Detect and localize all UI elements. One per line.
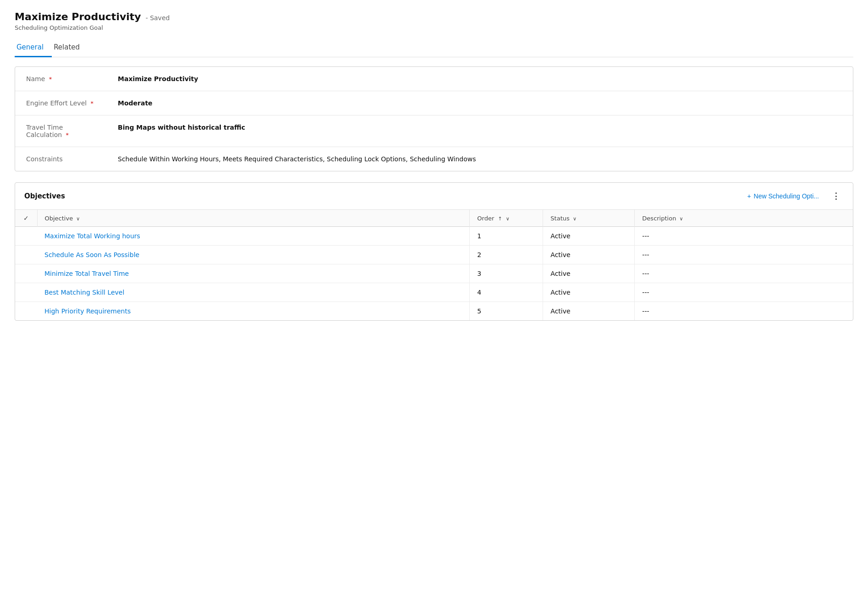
value-travel: Bing Maps without historical traffic <box>107 115 853 147</box>
chevron-down-icon-desc: ∨ <box>680 216 683 222</box>
objectives-title: Objectives <box>24 192 65 200</box>
col-header-description[interactable]: Description ∨ <box>635 210 853 227</box>
cell-description-0: --- <box>635 227 853 246</box>
new-scheduling-label: New Scheduling Opti... <box>754 192 819 200</box>
objectives-actions: + New Scheduling Opti... ⋮ <box>743 189 844 203</box>
table-row[interactable]: Maximize Total Working hours 1 Active --… <box>15 227 853 246</box>
table-row[interactable]: Best Matching Skill Level 4 Active --- <box>15 283 853 302</box>
form-row-name: Name * Maximize Productivity <box>15 67 853 91</box>
tab-general[interactable]: General <box>15 38 52 57</box>
row-check-3[interactable] <box>15 283 37 302</box>
page-title: Maximize Productivity <box>15 11 141 22</box>
value-constraints: Schedule Within Working Hours, Meets Req… <box>107 147 853 171</box>
value-engine: Moderate <box>107 91 853 115</box>
cell-status-4: Active <box>543 302 635 321</box>
cell-status-2: Active <box>543 264 635 283</box>
cell-objective-3[interactable]: Best Matching Skill Level <box>37 283 470 302</box>
required-asterisk-engine: * <box>91 100 94 107</box>
cell-description-2: --- <box>635 264 853 283</box>
value-name: Maximize Productivity <box>107 67 853 91</box>
row-check-0[interactable] <box>15 227 37 246</box>
objectives-section: Objectives + New Scheduling Opti... ⋮ ✓ … <box>15 182 853 321</box>
cell-status-3: Active <box>543 283 635 302</box>
label-engine: Engine Effort Level * <box>15 91 107 115</box>
more-options-button[interactable]: ⋮ <box>828 189 844 203</box>
title-row: Maximize Productivity - Saved <box>15 11 853 22</box>
cell-objective-4[interactable]: High Priority Requirements <box>37 302 470 321</box>
new-scheduling-button[interactable]: + New Scheduling Opti... <box>743 191 823 202</box>
cell-objective-2[interactable]: Minimize Total Travel Time <box>37 264 470 283</box>
table-row[interactable]: High Priority Requirements 5 Active --- <box>15 302 853 321</box>
saved-badge: - Saved <box>146 14 170 22</box>
cell-order-1: 2 <box>470 246 543 264</box>
cell-description-3: --- <box>635 283 853 302</box>
cell-objective-0[interactable]: Maximize Total Working hours <box>37 227 470 246</box>
cell-status-1: Active <box>543 246 635 264</box>
plus-icon: + <box>747 192 751 200</box>
cell-objective-1[interactable]: Schedule As Soon As Possible <box>37 246 470 264</box>
col-header-objective[interactable]: Objective ∨ <box>37 210 470 227</box>
grid-header-row: ✓ Objective ∨ Order ↑ ∨ Status ∨ <box>15 210 853 227</box>
cell-order-0: 1 <box>470 227 543 246</box>
form-card: Name * Maximize Productivity Engine Effo… <box>15 66 853 171</box>
required-asterisk-name: * <box>49 76 52 82</box>
tab-bar: General Related <box>15 38 853 57</box>
page-container: Maximize Productivity - Saved Scheduling… <box>0 0 868 614</box>
cell-description-4: --- <box>635 302 853 321</box>
cell-status-0: Active <box>543 227 635 246</box>
chevron-down-icon-status: ∨ <box>573 216 577 222</box>
page-header: Maximize Productivity - Saved Scheduling… <box>15 11 853 31</box>
row-check-2[interactable] <box>15 264 37 283</box>
form-row-constraints: Constraints Schedule Within Working Hour… <box>15 147 853 171</box>
row-check-4[interactable] <box>15 302 37 321</box>
sort-up-icon: ↑ <box>498 216 502 222</box>
col-header-status[interactable]: Status ∨ <box>543 210 635 227</box>
cell-order-2: 3 <box>470 264 543 283</box>
tab-related[interactable]: Related <box>52 38 88 57</box>
check-all-header[interactable]: ✓ <box>15 210 37 227</box>
sort-down-icon: ∨ <box>506 216 510 222</box>
col-header-order[interactable]: Order ↑ ∨ <box>470 210 543 227</box>
label-constraints: Constraints <box>15 147 107 171</box>
chevron-down-icon: ∨ <box>76 216 80 222</box>
label-name: Name * <box>15 67 107 91</box>
row-check-1[interactable] <box>15 246 37 264</box>
table-row[interactable]: Minimize Total Travel Time 3 Active --- <box>15 264 853 283</box>
cell-order-3: 4 <box>470 283 543 302</box>
form-table: Name * Maximize Productivity Engine Effo… <box>15 67 853 171</box>
form-row-engine: Engine Effort Level * Moderate <box>15 91 853 115</box>
label-travel: Travel Time Calculation * <box>15 115 107 147</box>
required-asterisk-travel: * <box>66 132 69 138</box>
objectives-header: Objectives + New Scheduling Opti... ⋮ <box>15 183 853 210</box>
form-row-travel: Travel Time Calculation * Bing Maps with… <box>15 115 853 147</box>
cell-description-1: --- <box>635 246 853 264</box>
objectives-grid: ✓ Objective ∨ Order ↑ ∨ Status ∨ <box>15 210 853 320</box>
cell-order-4: 5 <box>470 302 543 321</box>
page-subtitle: Scheduling Optimization Goal <box>15 24 853 31</box>
table-row[interactable]: Schedule As Soon As Possible 2 Active --… <box>15 246 853 264</box>
checkmark-icon: ✓ <box>23 214 29 222</box>
